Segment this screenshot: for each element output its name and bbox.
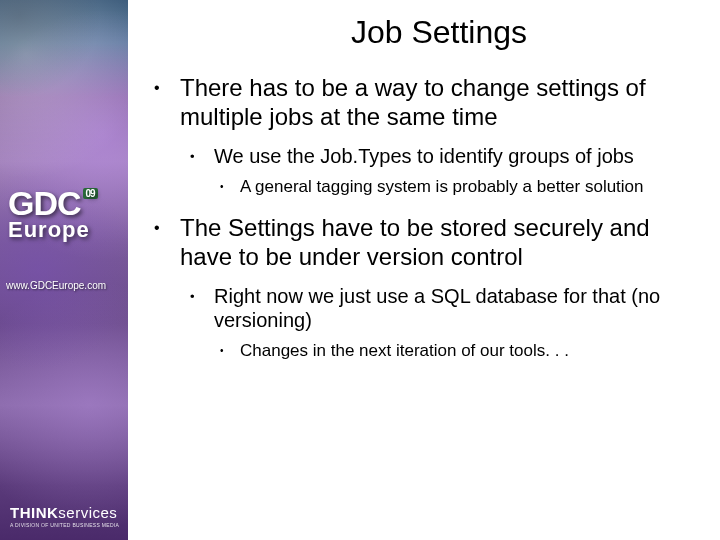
gdc-logo-sub: Europe	[8, 217, 98, 243]
slide: GDC09 Europe www.GDCEurope.com THINKserv…	[0, 0, 720, 540]
bullet-list: There has to be a way to change settings…	[146, 73, 692, 362]
bullet-list: A general tagging system is probably a b…	[214, 176, 692, 197]
sidebar-graphic: GDC09 Europe www.GDCEurope.com THINKserv…	[0, 0, 128, 540]
list-item: The Settings have to be stored securely …	[146, 213, 692, 362]
gdc-year-badge: 09	[83, 188, 98, 199]
bullet-text: A general tagging system is probably a b…	[240, 177, 644, 196]
bullet-list: We use the Job.Types to identify groups …	[180, 144, 692, 198]
slide-content: Job Settings There has to be a way to ch…	[128, 0, 720, 540]
think-logo: THINKservices A DIVISION OF UNITED BUSIN…	[10, 504, 119, 528]
think-logo-sub: A DIVISION OF UNITED BUSINESS MEDIA	[10, 522, 119, 528]
list-item: We use the Job.Types to identify groups …	[180, 144, 692, 198]
bullet-text: There has to be a way to change settings…	[180, 74, 646, 130]
gdc-url: www.GDCEurope.com	[6, 280, 106, 291]
list-item: There has to be a way to change settings…	[146, 73, 692, 197]
list-item: A general tagging system is probably a b…	[214, 176, 692, 197]
bullet-list: Right now we just use a SQL database for…	[180, 284, 692, 362]
gdc-logo: GDC09 Europe	[8, 188, 98, 243]
list-item: Changes in the next iteration of our too…	[214, 340, 692, 361]
think-text-a: THINK	[10, 504, 58, 521]
think-logo-main: THINKservices	[10, 504, 119, 521]
bullet-list: Changes in the next iteration of our too…	[214, 340, 692, 361]
bullet-text: Changes in the next iteration of our too…	[240, 341, 569, 360]
bullet-text: The Settings have to be stored securely …	[180, 214, 650, 270]
gdc-logo-main: GDC09	[8, 188, 98, 219]
bullet-text: We use the Job.Types to identify groups …	[214, 145, 634, 167]
sidebar-texture	[0, 0, 128, 540]
slide-title: Job Settings	[186, 14, 692, 51]
bullet-text: Right now we just use a SQL database for…	[214, 285, 660, 331]
list-item: Right now we just use a SQL database for…	[180, 284, 692, 362]
think-text-b: services	[58, 504, 117, 521]
